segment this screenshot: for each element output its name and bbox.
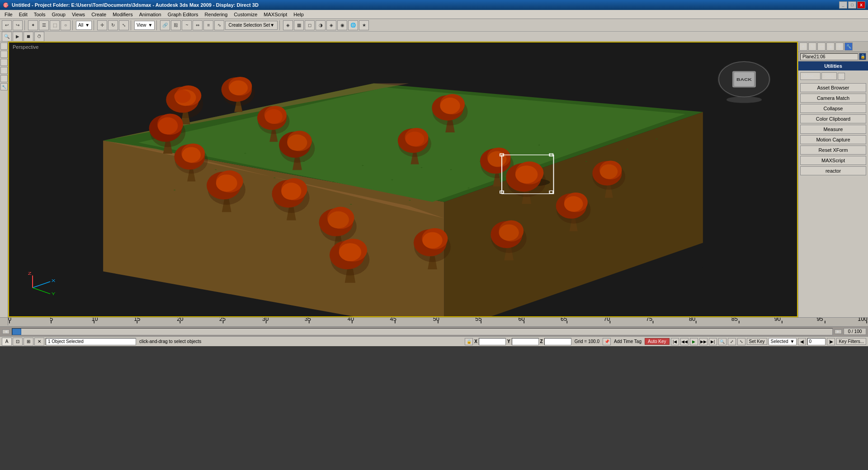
hierarchy-tool[interactable]: ⊶ <box>0 59 8 66</box>
asset-browser-button[interactable]: Asset Browser <box>800 83 866 92</box>
menu-help[interactable]: Help <box>291 11 307 18</box>
menu-maxscript[interactable]: MAXScript <box>261 11 290 18</box>
x-coord[interactable] <box>479 338 506 345</box>
select-scale-button[interactable]: ⤡ <box>119 20 129 30</box>
frame-next[interactable]: |▶ <box>827 338 835 345</box>
manage-layers-button[interactable]: ▦ <box>294 20 304 30</box>
obj-prop-button[interactable]: ◻ <box>305 20 315 30</box>
motion-tool[interactable]: ◈ <box>0 67 8 74</box>
tab-3[interactable]: ⊞ <box>24 338 33 346</box>
plane-lock-button[interactable]: 🔒 <box>859 53 866 60</box>
select-move-button[interactable]: ✛ <box>97 20 107 30</box>
hierarchy-tab[interactable]: ⊶ <box>817 42 826 51</box>
menu-file[interactable]: File <box>2 11 15 18</box>
create-tab[interactable]: ✦ <box>799 42 807 51</box>
rect-select-button[interactable]: ⬚ <box>50 20 60 30</box>
redo-button[interactable]: ↪ <box>13 20 23 30</box>
menu-modifiers[interactable]: Modifiers <box>110 11 136 18</box>
collapse-button[interactable]: Collapse <box>800 104 866 113</box>
link-button[interactable]: 🔗 <box>160 20 170 30</box>
menu-customize[interactable]: Customize <box>231 11 260 18</box>
prev-frame-button[interactable]: ◀◀ <box>680 338 689 345</box>
selected-dropdown[interactable]: Selected ▼ <box>769 338 797 345</box>
scroll-left-button[interactable]: ◀ <box>2 329 9 334</box>
time-slider-thumb[interactable] <box>12 329 21 335</box>
modify-tool[interactable]: ✎ <box>0 51 8 58</box>
motion-capture-button[interactable]: Motion Capture <box>800 135 866 144</box>
modify-tab[interactable]: ✎ <box>808 42 816 51</box>
create-tool[interactable]: + <box>0 42 8 50</box>
next-frame-button[interactable]: ▶▶ <box>699 338 708 345</box>
circle-select-button[interactable]: ○ <box>61 20 71 30</box>
select-rotate-button[interactable]: ↻ <box>108 20 118 30</box>
set-key-button[interactable]: Set Key <box>747 338 767 345</box>
play-anim-button[interactable]: ▶ <box>690 338 698 345</box>
tab-close[interactable]: ✕ <box>34 338 44 346</box>
view-dropdown[interactable]: View ▼ <box>134 21 155 30</box>
color-clipboard-button[interactable]: Color Clipboard <box>800 114 866 123</box>
utility-tab[interactable]: 🔧 <box>844 42 853 51</box>
tab-motion[interactable]: A <box>2 338 12 346</box>
mirror-button[interactable]: ⇔ <box>193 20 203 30</box>
menu-tools[interactable]: Tools <box>31 11 48 18</box>
zoom-button[interactable]: 🔍 <box>2 32 12 42</box>
display-tab[interactable]: 👁 <box>835 42 844 51</box>
timeline-button[interactable]: ⏱ <box>34 32 44 42</box>
create-selection-set-button[interactable]: Create Selection Set ▼ <box>225 21 278 30</box>
current-frame[interactable]: 0 <box>807 338 826 345</box>
render-scene-button[interactable]: ◉ <box>337 20 347 30</box>
maximize-button[interactable]: □ <box>848 1 856 9</box>
curve-editor-button[interactable]: ∿ <box>214 20 224 30</box>
named-sel-button[interactable]: ◈ <box>283 20 293 30</box>
unlink-button[interactable]: ⛓ <box>171 20 181 30</box>
tab-2[interactable]: ⊡ <box>13 338 23 346</box>
scroll-right-button[interactable]: ▶ <box>835 329 842 334</box>
go-start-button[interactable]: |◀ <box>671 338 679 345</box>
reactor-button[interactable]: reactor <box>800 166 866 175</box>
zoom-time-button[interactable]: 🔍 <box>718 338 726 345</box>
viewport[interactable]: Perspective <box>8 42 798 317</box>
zoom-time-2[interactable]: ⤢ <box>728 338 736 345</box>
y-coord[interactable] <box>512 338 539 345</box>
frame-prev[interactable]: ◀| <box>798 338 806 345</box>
stop-button[interactable]: ⏹ <box>24 32 33 42</box>
motion-tab[interactable]: ◈ <box>826 42 835 51</box>
menu-group[interactable]: Group <box>49 11 68 18</box>
display-tool[interactable]: 👁 <box>0 75 8 82</box>
filter-dropdown[interactable]: All ▼ <box>76 21 92 30</box>
undo-button[interactable]: ↩ <box>2 20 12 30</box>
configure-button[interactable]: ⚙ <box>838 73 845 80</box>
reset-xform-button[interactable]: Reset XForm <box>800 146 866 155</box>
align-button[interactable]: ≡ <box>203 20 213 30</box>
environment-button[interactable]: 🌐 <box>348 20 358 30</box>
sets-button[interactable]: Sets <box>821 72 837 80</box>
quick-render-button[interactable]: ◑ <box>316 20 326 30</box>
menu-create[interactable]: Create <box>89 11 109 18</box>
menu-animation[interactable]: Animation <box>137 11 164 18</box>
play-button[interactable]: ▶ <box>13 32 23 42</box>
menu-rendering[interactable]: Rendering <box>202 11 231 18</box>
menu-graph-editors[interactable]: Graph Editors <box>165 11 201 18</box>
menu-edit[interactable]: Edit <box>16 11 30 18</box>
material-editor-button[interactable]: ◈ <box>326 20 336 30</box>
title-bar-controls[interactable]: _ □ X <box>839 1 865 9</box>
maxscript-util-button[interactable]: MAXScript <box>800 156 866 165</box>
lock-button[interactable]: 🔒 <box>465 338 473 345</box>
more-button[interactable]: More... <box>800 72 821 80</box>
add-time-tag-button[interactable]: Add Time Tag <box>612 338 643 344</box>
zoom-time-3[interactable]: ⤡ <box>737 338 745 345</box>
render-effects-button[interactable]: ★ <box>359 20 369 30</box>
auto-key-button[interactable]: Auto Key <box>645 338 670 345</box>
key-filters-button[interactable]: Key Filters... <box>836 338 866 345</box>
minimize-button[interactable]: _ <box>839 1 847 9</box>
utility-tool[interactable]: 🔧 <box>0 83 8 90</box>
menu-views[interactable]: Views <box>69 11 88 18</box>
measure-button[interactable]: Measure <box>800 125 866 134</box>
z-coord[interactable] <box>544 338 571 345</box>
add-time-tag-icon[interactable]: 📌 <box>603 338 611 345</box>
select-object-button[interactable]: ✦ <box>28 20 38 30</box>
bind-warp-button[interactable]: ~ <box>182 20 192 30</box>
go-end-button[interactable]: ▶| <box>709 338 717 345</box>
camera-match-button[interactable]: Camera Match <box>800 94 866 103</box>
time-slider[interactable] <box>12 328 833 335</box>
